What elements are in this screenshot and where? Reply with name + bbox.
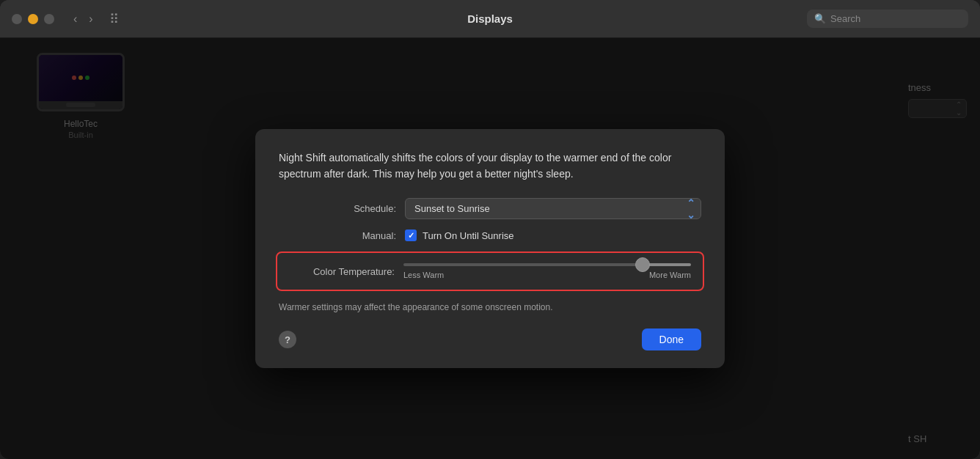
done-button[interactable]: Done: [642, 328, 701, 350]
main-window: ‹ › ⠿ Displays 🔍: [0, 0, 980, 459]
back-button[interactable]: ‹: [69, 10, 81, 29]
grid-icon[interactable]: ⠿: [109, 11, 119, 27]
night-shift-modal: Night Shift automatically shifts the col…: [255, 129, 725, 369]
color-temp-label: Color Temperature:: [277, 266, 395, 277]
manual-checkbox-row: Turn On Until Sunrise: [405, 230, 514, 241]
color-temp-row: Color Temperature: Less Warm More Warm: [277, 263, 691, 279]
maximize-button[interactable]: [44, 14, 54, 24]
help-button[interactable]: ?: [279, 331, 296, 348]
color-temperature-slider[interactable]: [403, 263, 691, 266]
slider-container: Less Warm More Warm: [403, 263, 691, 279]
manual-checkbox-label: Turn On Until Sunrise: [423, 230, 514, 241]
search-icon: 🔍: [814, 13, 826, 24]
schedule-label: Schedule:: [279, 203, 396, 214]
titlebar-title: Displays: [467, 12, 513, 25]
warning-text: Warmer settings may affect the appearanc…: [279, 301, 701, 314]
slider-max-label: More Warm: [649, 271, 691, 279]
schedule-select-wrapper: Off Custom Sunset to Sunrise ⌃⌄: [405, 198, 701, 219]
modal-footer: ? Done: [279, 328, 701, 350]
forward-button[interactable]: ›: [84, 10, 97, 29]
slider-min-label: Less Warm: [403, 271, 444, 279]
content-area: HelloTec Built-in tness ⌃⌄ t SH Night Sh…: [0, 38, 980, 459]
modal-overlay: Night Shift automatically shifts the col…: [0, 38, 980, 459]
slider-labels: Less Warm More Warm: [403, 271, 691, 279]
nav-arrows: ‹ ›: [69, 10, 98, 29]
modal-description: Night Shift automatically shifts the col…: [279, 150, 701, 183]
schedule-select[interactable]: Off Custom Sunset to Sunrise: [405, 198, 701, 219]
close-button[interactable]: [12, 14, 22, 24]
search-bar: 🔍: [807, 10, 968, 28]
manual-checkbox[interactable]: [405, 230, 417, 241]
manual-label: Manual:: [279, 230, 396, 241]
minimize-button[interactable]: [28, 14, 38, 24]
titlebar: ‹ › ⠿ Displays 🔍: [0, 0, 980, 38]
window-controls: [12, 14, 54, 24]
search-input[interactable]: [830, 13, 961, 24]
schedule-row: Schedule: Off Custom Sunset to Sunrise ⌃…: [279, 198, 701, 219]
manual-row: Manual: Turn On Until Sunrise: [279, 230, 701, 241]
color-temperature-section: Color Temperature: Less Warm More Warm: [276, 251, 704, 291]
